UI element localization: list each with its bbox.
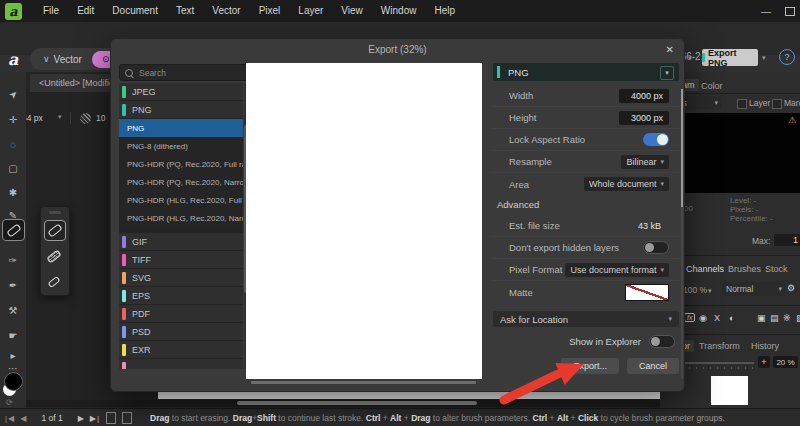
- layer-checkbox[interactable]: [737, 99, 747, 109]
- format-item[interactable]: [119, 359, 243, 369]
- paint-brush-tool-icon[interactable]: ✑: [0, 250, 26, 270]
- erase-brush-tool-icon[interactable]: [44, 220, 66, 241]
- matte-color-swatch[interactable]: [625, 284, 669, 301]
- tab-channels[interactable]: Channels: [686, 264, 724, 274]
- format-item-jpeg[interactable]: JPEG: [119, 83, 243, 101]
- background-erase-tool-icon[interactable]: [44, 247, 64, 266]
- area-select[interactable]: Whole document▾: [584, 177, 669, 191]
- tab-history[interactable]: History: [751, 341, 779, 351]
- pattern-layer-icon[interactable]: ※: [783, 313, 791, 323]
- hidden-layers-toggle[interactable]: [643, 241, 669, 254]
- layer-opacity-value[interactable]: 100 %: [683, 285, 707, 295]
- opacity-value[interactable]: 10: [96, 113, 105, 123]
- scrollbar-thumb[interactable]: [237, 401, 477, 405]
- height-input[interactable]: 3000 px: [619, 111, 669, 125]
- chevron-down-icon[interactable]: ▾: [708, 287, 712, 295]
- persona-tab-vector[interactable]: ∨Vector: [33, 51, 92, 68]
- clone-stamp-tool-icon[interactable]: ⚒: [0, 300, 26, 320]
- width-input[interactable]: 4000 px: [619, 89, 669, 103]
- menu-item-help[interactable]: Help: [425, 0, 464, 22]
- menu-item-pixel[interactable]: Pixel: [250, 0, 290, 22]
- blemish-removal-tool-icon[interactable]: ✱: [0, 182, 26, 202]
- format-item-exr[interactable]: EXR: [119, 341, 243, 359]
- restore-button[interactable]: [785, 7, 795, 16]
- format-item-tiff[interactable]: TIFF: [119, 251, 243, 269]
- lasso-select-tool-icon[interactable]: ◌: [0, 134, 26, 154]
- menu-item-view[interactable]: View: [332, 0, 372, 22]
- pixel-format-select[interactable]: Use document format▾: [565, 263, 669, 277]
- add-group-icon[interactable]: ▤: [770, 313, 779, 323]
- location-select[interactable]: Ask for Location▾: [493, 311, 679, 327]
- marquee-checkbox[interactable]: [772, 99, 782, 109]
- add-pixel-layer-icon[interactable]: ▣: [757, 313, 766, 323]
- format-item-psd[interactable]: PSD: [119, 323, 243, 341]
- format-item-eps[interactable]: EPS: [119, 287, 243, 305]
- tab-color[interactable]: Color: [701, 81, 723, 91]
- tab-transform[interactable]: Transform: [699, 341, 740, 351]
- erase-brush-tool-icon[interactable]: [2, 219, 25, 241]
- flood-erase-tool-icon[interactable]: [44, 272, 64, 291]
- max-input[interactable]: 1: [774, 234, 800, 246]
- menu-item-layer[interactable]: Layer: [289, 0, 332, 22]
- lock-aspect-toggle[interactable]: [643, 133, 669, 146]
- menu-item-window[interactable]: Window: [372, 0, 426, 22]
- search-input[interactable]: [137, 67, 247, 79]
- next-page-icon[interactable]: ▶: [78, 414, 85, 423]
- format-item-png-hdr-hlg-rec-2020-narrow-range-[interactable]: PNG-HDR (HLG, Rec.2020, Narrow range): [119, 209, 243, 227]
- format-header[interactable]: PNG ▾: [493, 63, 679, 81]
- format-item-png-hdr-pq-rec-2020-narrow-range-[interactable]: PNG-HDR (PQ, Rec.2020, Narrow range): [119, 173, 243, 191]
- chevron-down-icon[interactable]: ▾: [58, 113, 62, 121]
- color-selector[interactable]: [2, 372, 24, 396]
- format-item-png[interactable]: PNG: [119, 119, 243, 137]
- tab-stock[interactable]: Stock: [765, 264, 788, 274]
- chevron-down-icon[interactable]: ▾: [762, 54, 766, 62]
- format-item-svg[interactable]: SVG: [119, 269, 243, 287]
- format-item-png-hdr-pq-rec-2020-full-range-[interactable]: PNG-HDR (PQ, Rec.2020, Full range): [119, 155, 243, 173]
- pages-icon[interactable]: [122, 412, 132, 424]
- format-item-png[interactable]: PNG: [119, 101, 243, 119]
- move-tool-icon[interactable]: ➤: [0, 78, 29, 111]
- last-page-icon[interactable]: ▶|: [90, 414, 100, 423]
- zoom-slider[interactable]: [682, 362, 754, 364]
- layer-effects-icon[interactable]: fx: [684, 313, 695, 322]
- foreground-color-swatch[interactable]: [4, 372, 23, 391]
- mask-layer-icon[interactable]: ◉: [699, 313, 707, 323]
- format-item-png-hdr-hlg-rec-2020-full-range-[interactable]: PNG-HDR (HLG, Rec.2020, Full range): [119, 191, 243, 209]
- menu-item-document[interactable]: Document: [103, 0, 167, 22]
- chevron-down-icon[interactable]: ▾: [688, 54, 692, 62]
- tab-brushes[interactable]: Brushes: [728, 264, 761, 274]
- resample-select[interactable]: Bilinear▾: [621, 155, 669, 169]
- navigator-preview[interactable]: [711, 376, 748, 405]
- gear-icon[interactable]: ⚙: [787, 283, 795, 293]
- show-in-explorer-toggle[interactable]: [649, 335, 675, 348]
- scrollbar-thumb[interactable]: [681, 89, 683, 207]
- menu-item-vector[interactable]: Vector: [203, 0, 249, 22]
- smudge-tool-icon[interactable]: ☛: [0, 325, 26, 345]
- menu-item-text[interactable]: Text: [167, 0, 203, 22]
- menu-item-file[interactable]: File: [34, 0, 68, 22]
- first-page-icon[interactable]: |◀: [5, 414, 15, 423]
- minimize-button[interactable]: —: [761, 6, 771, 17]
- page-icon[interactable]: [106, 412, 116, 424]
- format-item-gif[interactable]: GIF: [119, 233, 243, 251]
- format-item-pdf[interactable]: PDF: [119, 305, 243, 323]
- help-icon[interactable]: ?: [779, 49, 795, 65]
- cancel-button[interactable]: Cancel: [627, 358, 679, 374]
- zoom-level-value[interactable]: 20 %: [773, 356, 798, 368]
- adjustment-layer-icon[interactable]: ◐: [729, 313, 734, 323]
- settings-scrollbar[interactable]: [681, 89, 683, 379]
- sync-colors-icon[interactable]: ⟳: [6, 398, 13, 407]
- format-item-png-8-dithered-[interactable]: PNG-8 (dithered): [119, 137, 243, 155]
- chevron-down-icon[interactable]: ▾: [660, 66, 674, 80]
- preview-scrollbar-thumb[interactable]: [251, 381, 476, 384]
- prev-page-icon[interactable]: ◀: [20, 414, 27, 423]
- zoom-in-button[interactable]: +: [758, 356, 770, 368]
- crop-layer-icon[interactable]: X: [714, 313, 720, 323]
- blend-mode-select[interactable]: Normal▾: [722, 282, 786, 296]
- export-png-button[interactable]: Export PNG: [702, 49, 758, 66]
- marquee-select-tool-icon[interactable]: ▢: [0, 158, 26, 178]
- flyout-drag-handle[interactable]: [49, 211, 61, 214]
- add-layer-icon[interactable]: ▧: [796, 313, 800, 323]
- sharpen-brush-tool-icon[interactable]: ✒: [0, 275, 26, 295]
- selection-brush-tool-icon[interactable]: ✛: [0, 109, 26, 129]
